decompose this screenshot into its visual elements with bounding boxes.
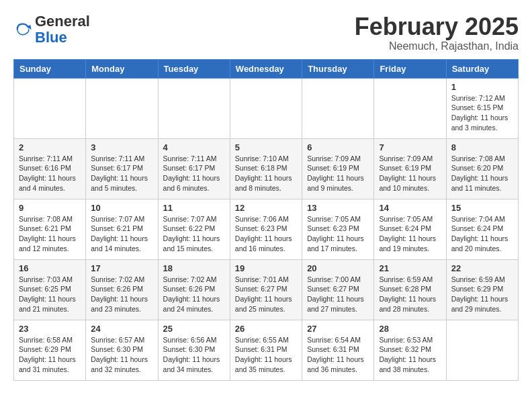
- day-number: 12: [235, 203, 297, 213]
- day-number: 6: [307, 142, 369, 152]
- day-number: 14: [379, 203, 441, 213]
- day-number: 23: [19, 324, 81, 334]
- day-info: Sunrise: 7:11 AM Sunset: 6:16 PM Dayligh…: [19, 154, 81, 193]
- day-info: Sunrise: 6:56 AM Sunset: 6:30 PM Dayligh…: [163, 335, 225, 375]
- day-number: 26: [235, 324, 297, 334]
- calendar-cell: 14Sunrise: 7:05 AM Sunset: 6:24 PM Dayli…: [374, 199, 446, 259]
- day-number: 21: [379, 263, 441, 273]
- calendar-week-row: 9Sunrise: 7:08 AM Sunset: 6:21 PM Daylig…: [14, 199, 519, 259]
- calendar-cell: 18Sunrise: 7:02 AM Sunset: 6:26 PM Dayli…: [158, 259, 230, 320]
- day-number: 27: [307, 324, 369, 334]
- calendar-cell: 16Sunrise: 7:03 AM Sunset: 6:25 PM Dayli…: [14, 259, 86, 320]
- col-header-thursday: Thursday: [302, 59, 374, 78]
- day-info: Sunrise: 7:01 AM Sunset: 6:27 PM Dayligh…: [235, 275, 297, 314]
- calendar-cell: [446, 320, 518, 380]
- calendar-cell: [14, 78, 86, 138]
- day-number: 15: [451, 203, 513, 213]
- calendar-table: SundayMondayTuesdayWednesdayThursdayFrid…: [13, 59, 519, 381]
- day-info: Sunrise: 6:54 AM Sunset: 6:31 PM Dayligh…: [307, 335, 369, 375]
- calendar-cell: 12Sunrise: 7:06 AM Sunset: 6:23 PM Dayli…: [230, 199, 302, 259]
- day-number: 22: [451, 263, 513, 273]
- day-number: 7: [379, 142, 441, 152]
- day-number: 20: [307, 263, 369, 273]
- calendar-cell: [230, 78, 302, 138]
- calendar-cell: 13Sunrise: 7:05 AM Sunset: 6:23 PM Dayli…: [302, 199, 374, 259]
- day-info: Sunrise: 7:10 AM Sunset: 6:18 PM Dayligh…: [235, 154, 297, 193]
- calendar-week-row: 23Sunrise: 6:58 AM Sunset: 6:29 PM Dayli…: [14, 320, 519, 380]
- title-section: February 2025 Neemuch, Rajasthan, India: [355, 13, 519, 52]
- day-info: Sunrise: 6:57 AM Sunset: 6:30 PM Dayligh…: [91, 335, 152, 375]
- day-number: 3: [91, 142, 152, 152]
- calendar-cell: 7Sunrise: 7:09 AM Sunset: 6:19 PM Daylig…: [374, 138, 446, 199]
- day-number: 1: [451, 82, 513, 92]
- calendar-subtitle: Neemuch, Rajasthan, India: [355, 40, 519, 52]
- col-header-wednesday: Wednesday: [230, 59, 302, 78]
- calendar-cell: 22Sunrise: 6:59 AM Sunset: 6:29 PM Dayli…: [446, 259, 518, 320]
- day-number: 2: [19, 142, 81, 152]
- calendar-cell: 17Sunrise: 7:02 AM Sunset: 6:26 PM Dayli…: [86, 259, 158, 320]
- day-number: 8: [451, 142, 513, 152]
- day-info: Sunrise: 7:08 AM Sunset: 6:20 PM Dayligh…: [451, 154, 513, 193]
- day-info: Sunrise: 6:59 AM Sunset: 6:28 PM Dayligh…: [379, 275, 441, 314]
- calendar-cell: 5Sunrise: 7:10 AM Sunset: 6:18 PM Daylig…: [230, 138, 302, 199]
- col-header-sunday: Sunday: [14, 59, 86, 78]
- logo-general-text: General: [35, 13, 90, 30]
- day-number: 4: [163, 142, 225, 152]
- calendar-cell: [86, 78, 158, 138]
- calendar-title: February 2025: [355, 13, 519, 40]
- calendar-week-row: 16Sunrise: 7:03 AM Sunset: 6:25 PM Dayli…: [14, 259, 519, 320]
- logo: General Blue: [13, 13, 90, 46]
- calendar-cell: 3Sunrise: 7:11 AM Sunset: 6:17 PM Daylig…: [86, 138, 158, 199]
- day-number: 18: [163, 263, 225, 273]
- col-header-tuesday: Tuesday: [158, 59, 230, 78]
- day-info: Sunrise: 6:53 AM Sunset: 6:32 PM Dayligh…: [379, 335, 441, 375]
- calendar-cell: 26Sunrise: 6:55 AM Sunset: 6:31 PM Dayli…: [230, 320, 302, 380]
- calendar-cell: 24Sunrise: 6:57 AM Sunset: 6:30 PM Dayli…: [86, 320, 158, 380]
- calendar-cell: 15Sunrise: 7:04 AM Sunset: 6:24 PM Dayli…: [446, 199, 518, 259]
- calendar-cell: 19Sunrise: 7:01 AM Sunset: 6:27 PM Dayli…: [230, 259, 302, 320]
- col-header-saturday: Saturday: [446, 59, 518, 78]
- col-header-friday: Friday: [374, 59, 446, 78]
- calendar-cell: 8Sunrise: 7:08 AM Sunset: 6:20 PM Daylig…: [446, 138, 518, 199]
- calendar-cell: 6Sunrise: 7:09 AM Sunset: 6:19 PM Daylig…: [302, 138, 374, 199]
- day-info: Sunrise: 7:08 AM Sunset: 6:21 PM Dayligh…: [19, 214, 81, 254]
- day-info: Sunrise: 7:11 AM Sunset: 6:17 PM Dayligh…: [163, 154, 225, 193]
- calendar-cell: [374, 78, 446, 138]
- day-number: 10: [91, 203, 152, 213]
- calendar-header-row: SundayMondayTuesdayWednesdayThursdayFrid…: [14, 59, 519, 78]
- calendar-cell: 21Sunrise: 6:59 AM Sunset: 6:28 PM Dayli…: [374, 259, 446, 320]
- logo-blue-text: Blue: [35, 29, 67, 46]
- day-number: 25: [163, 324, 225, 334]
- day-info: Sunrise: 7:07 AM Sunset: 6:21 PM Dayligh…: [91, 214, 152, 254]
- day-info: Sunrise: 7:02 AM Sunset: 6:26 PM Dayligh…: [91, 275, 152, 314]
- calendar-cell: 10Sunrise: 7:07 AM Sunset: 6:21 PM Dayli…: [86, 199, 158, 259]
- day-info: Sunrise: 7:11 AM Sunset: 6:17 PM Dayligh…: [91, 154, 152, 193]
- calendar-cell: 2Sunrise: 7:11 AM Sunset: 6:16 PM Daylig…: [14, 138, 86, 199]
- day-number: 28: [379, 324, 441, 334]
- day-info: Sunrise: 7:06 AM Sunset: 6:23 PM Dayligh…: [235, 214, 297, 254]
- calendar-cell: 4Sunrise: 7:11 AM Sunset: 6:17 PM Daylig…: [158, 138, 230, 199]
- day-info: Sunrise: 6:59 AM Sunset: 6:29 PM Dayligh…: [451, 275, 513, 314]
- day-info: Sunrise: 7:09 AM Sunset: 6:19 PM Dayligh…: [307, 154, 369, 193]
- day-info: Sunrise: 7:05 AM Sunset: 6:23 PM Dayligh…: [307, 214, 369, 254]
- day-number: 17: [91, 263, 152, 273]
- calendar-cell: 25Sunrise: 6:56 AM Sunset: 6:30 PM Dayli…: [158, 320, 230, 380]
- day-info: Sunrise: 7:04 AM Sunset: 6:24 PM Dayligh…: [451, 214, 513, 254]
- day-number: 5: [235, 142, 297, 152]
- day-info: Sunrise: 7:00 AM Sunset: 6:27 PM Dayligh…: [307, 275, 369, 314]
- calendar-cell: 20Sunrise: 7:00 AM Sunset: 6:27 PM Dayli…: [302, 259, 374, 320]
- day-number: 13: [307, 203, 369, 213]
- calendar-cell: 1Sunrise: 7:12 AM Sunset: 6:15 PM Daylig…: [446, 78, 518, 138]
- calendar-cell: 11Sunrise: 7:07 AM Sunset: 6:22 PM Dayli…: [158, 199, 230, 259]
- day-number: 9: [19, 203, 81, 213]
- col-header-monday: Monday: [86, 59, 158, 78]
- calendar-cell: 27Sunrise: 6:54 AM Sunset: 6:31 PM Dayli…: [302, 320, 374, 380]
- day-info: Sunrise: 7:07 AM Sunset: 6:22 PM Dayligh…: [163, 214, 225, 254]
- day-number: 19: [235, 263, 297, 273]
- calendar-cell: [302, 78, 374, 138]
- calendar-cell: 23Sunrise: 6:58 AM Sunset: 6:29 PM Dayli…: [14, 320, 86, 380]
- day-number: 11: [163, 203, 225, 213]
- calendar-cell: 28Sunrise: 6:53 AM Sunset: 6:32 PM Dayli…: [374, 320, 446, 380]
- calendar-cell: [158, 78, 230, 138]
- day-info: Sunrise: 7:03 AM Sunset: 6:25 PM Dayligh…: [19, 275, 81, 314]
